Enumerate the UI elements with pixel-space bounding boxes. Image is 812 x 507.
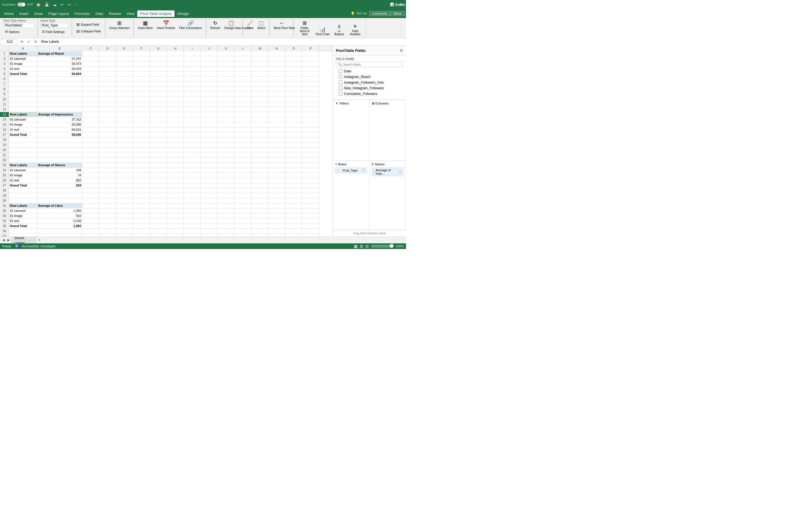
- cell-empty[interactable]: [235, 56, 252, 61]
- cell-empty[interactable]: [167, 214, 184, 219]
- cell-empty[interactable]: [302, 97, 319, 102]
- cell-empty[interactable]: [302, 127, 319, 132]
- cell-empty[interactable]: [302, 87, 319, 92]
- cell-A3[interactable]: IG image: [9, 61, 37, 66]
- insert-slicer-button[interactable]: ▦ Insert Slicer: [136, 19, 154, 31]
- cell-A1[interactable]: Row Labels: [9, 51, 37, 56]
- cell-empty[interactable]: [235, 219, 252, 224]
- cell-empty[interactable]: [201, 178, 218, 183]
- cell-empty[interactable]: [116, 209, 133, 214]
- cell-empty[interactable]: [218, 87, 235, 92]
- cell-empty[interactable]: [116, 97, 133, 102]
- cell-A24[interactable]: IG carousel: [9, 168, 37, 173]
- menu-home[interactable]: Home: [1, 10, 17, 17]
- cell-empty[interactable]: [116, 102, 133, 107]
- insert-timeline-button[interactable]: 📅 Insert Timeline: [155, 19, 177, 31]
- cell-empty[interactable]: [201, 66, 218, 71]
- menu-formulas[interactable]: Formulas: [72, 10, 93, 17]
- cell-empty[interactable]: [184, 51, 201, 56]
- row-num-27[interactable]: 27: [0, 183, 9, 188]
- cell-empty[interactable]: [268, 209, 285, 214]
- cell-empty[interactable]: [116, 117, 133, 122]
- cell-empty[interactable]: [218, 122, 235, 127]
- cell-empty[interactable]: [116, 92, 133, 97]
- cell-empty[interactable]: [302, 163, 319, 168]
- col-header-K[interactable]: K: [218, 46, 235, 51]
- cell-empty[interactable]: [235, 234, 252, 237]
- cell-empty[interactable]: [99, 127, 116, 132]
- cell-empty[interactable]: [116, 178, 133, 183]
- cell-empty[interactable]: [268, 51, 285, 56]
- move-pivot-table-button[interactable]: ↔ Move Pivot Table: [272, 19, 291, 31]
- cell-empty[interactable]: [133, 61, 150, 66]
- cell-empty[interactable]: [82, 107, 99, 112]
- cell-empty[interactable]: [184, 234, 201, 237]
- cell-B32[interactable]: 1,350: [37, 209, 82, 214]
- cell-empty[interactable]: [116, 66, 133, 71]
- cell-empty[interactable]: [133, 219, 150, 224]
- plus-minus-button[interactable]: ± +/- Buttons: [332, 22, 347, 37]
- cell-B24[interactable]: 199: [37, 168, 82, 173]
- comments-button[interactable]: Comments: [369, 11, 390, 16]
- cell-empty[interactable]: [235, 224, 252, 229]
- cell-empty[interactable]: [184, 143, 201, 148]
- cell-empty[interactable]: [184, 188, 201, 193]
- cell-A33[interactable]: IG image: [9, 214, 37, 219]
- cell-empty[interactable]: [82, 87, 99, 92]
- cell-empty[interactable]: [252, 224, 268, 229]
- cell-empty[interactable]: [167, 112, 184, 117]
- cell-empty[interactable]: [184, 132, 201, 137]
- cell-empty[interactable]: [285, 71, 302, 76]
- cell-A26[interactable]: IG reel: [9, 178, 37, 183]
- cell-empty[interactable]: [99, 92, 116, 97]
- cell-empty[interactable]: [235, 183, 252, 188]
- cell-empty[interactable]: [201, 56, 218, 61]
- clear-button[interactable]: 🧹 Clear: [245, 19, 255, 31]
- cell-empty[interactable]: [218, 224, 235, 229]
- cell-empty[interactable]: [184, 158, 201, 163]
- row-num-37[interactable]: 37: [0, 234, 9, 237]
- cell-empty[interactable]: [82, 127, 99, 132]
- cell-empty[interactable]: [150, 107, 167, 112]
- cell-B15[interactable]: 29,295: [37, 122, 82, 127]
- cell-empty[interactable]: [201, 153, 218, 158]
- cell-empty[interactable]: [133, 178, 150, 183]
- cell-empty[interactable]: [167, 97, 184, 102]
- cell-empty[interactable]: [302, 102, 319, 107]
- cell-empty[interactable]: [252, 173, 268, 178]
- cell-A11[interactable]: [9, 102, 37, 107]
- row-num-18[interactable]: 18: [0, 137, 9, 143]
- cell-empty[interactable]: [201, 61, 218, 66]
- cell-empty[interactable]: [82, 229, 99, 234]
- cell-empty[interactable]: [201, 76, 218, 82]
- cell-empty[interactable]: [116, 193, 133, 198]
- cell-empty[interactable]: [167, 193, 184, 198]
- field-checkbox[interactable]: [339, 86, 342, 90]
- cell-empty[interactable]: [99, 112, 116, 117]
- cell-empty[interactable]: [285, 188, 302, 193]
- cell-empty[interactable]: [99, 148, 116, 153]
- cell-empty[interactable]: [150, 203, 167, 209]
- row-num-30[interactable]: 30: [0, 198, 9, 203]
- cell-A34[interactable]: IG reel: [9, 219, 37, 224]
- cell-empty[interactable]: [218, 92, 235, 97]
- cell-empty[interactable]: [235, 143, 252, 148]
- cell-empty[interactable]: [150, 209, 167, 214]
- cell-empty[interactable]: [82, 219, 99, 224]
- cell-empty[interactable]: [218, 173, 235, 178]
- cell-empty[interactable]: [252, 209, 268, 214]
- page-layout-view-button[interactable]: ⊞: [360, 244, 363, 248]
- row-num-32[interactable]: 32: [0, 209, 9, 214]
- cell-empty[interactable]: [252, 107, 268, 112]
- cell-empty[interactable]: [201, 168, 218, 173]
- cell-A28[interactable]: [9, 188, 37, 193]
- cell-empty[interactable]: [116, 132, 133, 137]
- cell-empty[interactable]: [268, 66, 285, 71]
- redo-icon[interactable]: ↪: [66, 2, 72, 7]
- cell-empty[interactable]: [150, 173, 167, 178]
- sheet-tab-sheet3[interactable]: Sheet3: [11, 237, 36, 240]
- field-checkbox[interactable]: [339, 80, 342, 84]
- cell-empty[interactable]: [285, 229, 302, 234]
- pivot-name-input[interactable]: [3, 23, 35, 28]
- formula-confirm-icon[interactable]: ✓: [26, 40, 32, 44]
